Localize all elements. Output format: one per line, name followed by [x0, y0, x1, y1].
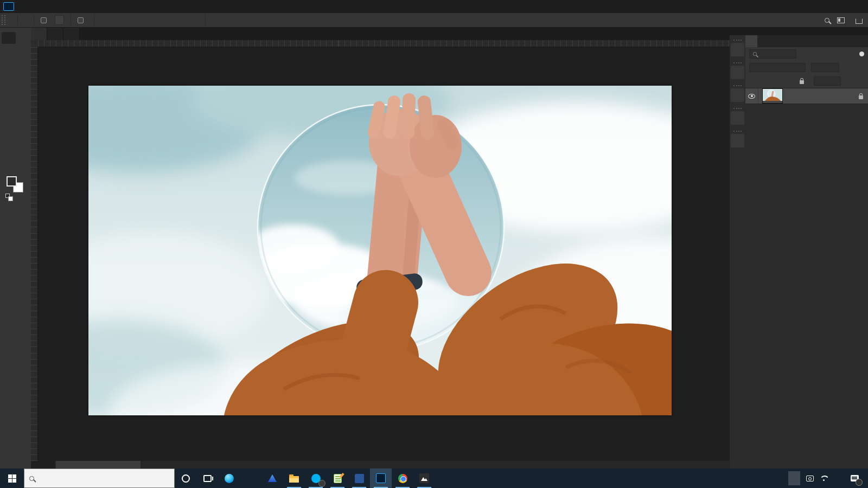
color-panel-icon[interactable]	[731, 66, 744, 79]
edge-button[interactable]	[218, 468, 240, 488]
auto-select-checkbox[interactable]	[41, 17, 47, 23]
frame-tool[interactable]	[16, 57, 30, 69]
panel-menu-icon[interactable]	[859, 35, 868, 47]
gradient-tool[interactable]	[2, 107, 16, 119]
windows-logo-icon	[8, 474, 16, 483]
notes-app-button[interactable]	[327, 468, 348, 488]
layer-row-background[interactable]	[745, 88, 868, 104]
photoshop-taskbar-button[interactable]	[370, 468, 392, 488]
workspace-icon	[837, 17, 845, 23]
eyedropper-tool[interactable]	[2, 69, 16, 81]
file-explorer-button[interactable]	[283, 468, 305, 488]
auto-select-dropdown[interactable]	[55, 15, 64, 25]
restore-button[interactable]	[831, 0, 850, 13]
mail-button[interactable]	[240, 468, 261, 488]
layers-panel	[745, 35, 868, 468]
zoom-tool[interactable]	[2, 157, 16, 169]
shape-tool[interactable]	[2, 144, 16, 156]
panel-header	[730, 28, 868, 35]
search-icon[interactable]	[825, 18, 829, 23]
action-center-button[interactable]	[846, 468, 863, 488]
type-tool[interactable]	[2, 132, 16, 144]
move-tool[interactable]	[2, 32, 16, 44]
taskbar-search[interactable]	[24, 468, 175, 488]
blend-mode-dropdown[interactable]	[749, 63, 806, 72]
panel-icon-strip	[730, 35, 745, 468]
options-grip	[2, 15, 5, 25]
wifi-icon[interactable]	[820, 476, 828, 481]
layers-footer	[745, 460, 868, 468]
workspace-switcher[interactable]	[837, 17, 848, 23]
close-button[interactable]	[850, 0, 868, 13]
layer-lock-icon[interactable]	[859, 95, 863, 99]
show-transform-checkbox[interactable]	[78, 17, 84, 23]
share-icon[interactable]	[856, 18, 863, 24]
blur-tool[interactable]	[16, 107, 30, 119]
tab-channels[interactable]	[757, 35, 769, 47]
tools-panel	[0, 28, 31, 468]
quick-selection-tool[interactable]	[16, 44, 30, 56]
minimize-button[interactable]	[813, 0, 831, 13]
cortana-button[interactable]	[175, 468, 196, 488]
layer-list	[745, 88, 868, 460]
lasso-tool[interactable]	[2, 44, 16, 56]
edit-toolbar-icon[interactable]	[16, 157, 30, 169]
word-button[interactable]	[348, 468, 370, 488]
notification-badge	[856, 479, 863, 486]
zoom-level[interactable]	[31, 461, 55, 468]
history-panel-icon[interactable]	[731, 43, 744, 56]
pen-app-tray-icon[interactable]	[788, 471, 800, 485]
skype-button[interactable]	[305, 468, 327, 488]
clone-stamp-tool[interactable]	[16, 82, 30, 94]
filter-toggle[interactable]	[859, 52, 864, 56]
brush-tool[interactable]	[2, 82, 16, 94]
eraser-tool[interactable]	[16, 94, 30, 106]
history-brush-tool[interactable]	[2, 94, 16, 106]
foreground-color[interactable]	[7, 176, 17, 187]
layer-thumbnail[interactable]	[762, 88, 783, 104]
tab-document-3[interactable]	[63, 28, 80, 40]
document-tabs	[31, 28, 730, 40]
dodge-tool[interactable]	[2, 119, 16, 131]
edge-icon	[225, 474, 234, 483]
title-bar	[0, 0, 868, 13]
canvas-image[interactable]	[88, 86, 672, 415]
visibility-eye-icon[interactable]	[748, 94, 755, 99]
search-icon	[753, 52, 757, 56]
fill-field[interactable]	[814, 76, 841, 86]
chrome-button[interactable]	[392, 468, 413, 488]
tab-layers[interactable]	[745, 35, 757, 47]
task-view-button[interactable]	[196, 468, 218, 488]
hand-tool[interactable]	[16, 144, 30, 156]
skype-badge	[318, 480, 326, 487]
document-area	[31, 40, 730, 461]
tab-document-2[interactable]	[47, 28, 63, 40]
tab-paths[interactable]	[769, 35, 781, 47]
lock-all-icon[interactable]	[800, 80, 804, 84]
filter-kind-dropdown[interactable]	[749, 49, 796, 59]
search-input[interactable]	[39, 474, 147, 483]
chrome-icon	[398, 474, 407, 483]
tab-document-1[interactable]	[31, 28, 47, 40]
vertical-ruler	[31, 47, 38, 461]
status-bar	[31, 461, 730, 468]
cortana-icon	[182, 474, 190, 483]
swatches-panel-icon[interactable]	[731, 88, 744, 102]
photos-button[interactable]	[413, 468, 435, 488]
display-tray-icon[interactable]	[806, 476, 814, 481]
color-swatches	[5, 174, 26, 194]
pen-tool[interactable]	[16, 119, 30, 131]
marquee-tool[interactable]	[16, 32, 30, 44]
start-button[interactable]	[0, 468, 24, 488]
path-select-tool[interactable]	[16, 132, 30, 144]
adjustments-panel-icon[interactable]	[731, 134, 744, 147]
healing-brush-tool[interactable]	[16, 69, 30, 81]
app-button[interactable]	[261, 468, 283, 488]
options-bar	[0, 13, 868, 28]
opacity-field[interactable]	[811, 63, 839, 72]
photoshop-app-icon	[3, 2, 14, 11]
learn-panel-icon[interactable]	[731, 111, 744, 125]
default-colors-icon[interactable]	[5, 194, 10, 198]
layer-filter-row	[745, 47, 868, 61]
crop-tool[interactable]	[2, 57, 16, 69]
